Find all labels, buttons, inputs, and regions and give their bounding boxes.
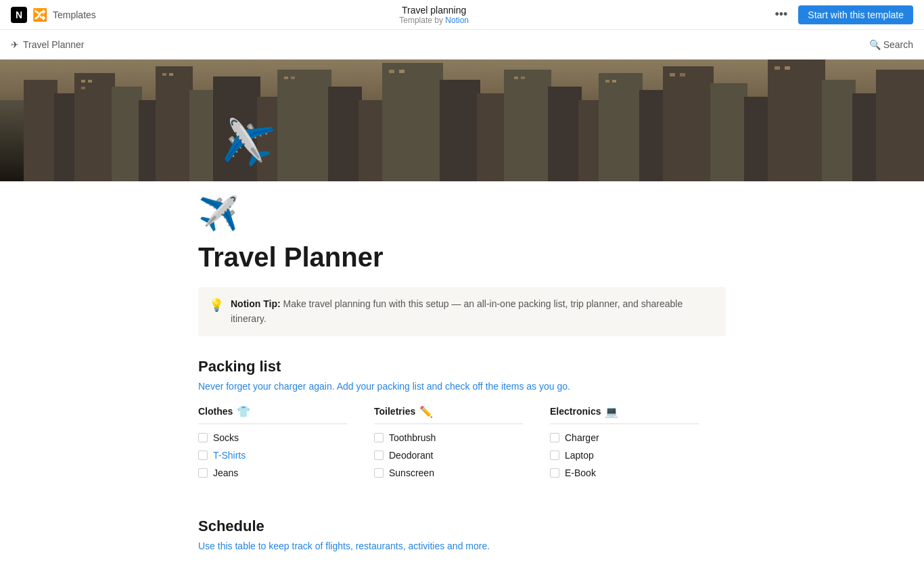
breadcrumb-icon: ✈ <box>11 39 19 50</box>
checkbox-charger[interactable] <box>550 433 559 442</box>
svg-rect-18 <box>548 87 582 181</box>
svg-rect-25 <box>768 60 825 181</box>
checkbox-laptop[interactable] <box>550 451 559 460</box>
checkbox-tshirts[interactable] <box>198 451 208 460</box>
clothes-header: Clothes 👕 <box>198 405 347 424</box>
svg-rect-11 <box>277 70 331 181</box>
item-toothbrush: Toothbrush <box>389 432 436 443</box>
tip-icon: 💡 <box>209 298 224 313</box>
svg-rect-5 <box>112 87 142 181</box>
topbar-left: N 🔀 Templates <box>11 7 96 23</box>
topbar-center: Travel planning Template by Notion <box>399 5 469 25</box>
svg-rect-37 <box>399 70 405 73</box>
list-item: Toothbrush <box>374 432 523 443</box>
svg-rect-28 <box>876 70 924 181</box>
clothes-icon: 👕 <box>237 405 250 418</box>
checkbox-jeans[interactable] <box>198 468 208 478</box>
svg-rect-3 <box>54 93 78 181</box>
packing-list-subtitle: Never forget your charger again. Add you… <box>198 381 726 392</box>
checkbox-socks[interactable] <box>198 433 208 442</box>
packing-columns: Clothes 👕 Socks T-Shirts Jeans Toiletrie… <box>198 405 726 485</box>
item-sunscreen: Sunscreen <box>389 467 434 478</box>
svg-rect-34 <box>284 76 288 79</box>
svg-rect-27 <box>852 93 879 181</box>
breadcrumb-bar: ✈ Travel Planner 🔍 Search <box>0 30 924 60</box>
breadcrumb-label: Travel Planner <box>23 39 85 50</box>
svg-rect-21 <box>639 90 666 181</box>
clothes-label: Clothes <box>198 406 233 417</box>
checkbox-sunscreen[interactable] <box>374 468 384 478</box>
more-button[interactable]: ••• <box>772 5 790 24</box>
list-item: Socks <box>198 432 347 443</box>
svg-rect-12 <box>328 87 362 181</box>
electronics-header: Electronics 💻 <box>550 405 699 424</box>
tip-box: 💡 Notion Tip: Make travel planning fun w… <box>198 287 726 336</box>
start-template-button[interactable]: Start with this template <box>798 5 913 24</box>
schedule-title: Schedule <box>198 518 726 535</box>
svg-rect-45 <box>785 66 790 70</box>
notion-logo[interactable]: N <box>11 7 27 23</box>
svg-rect-35 <box>291 76 295 79</box>
svg-rect-42 <box>670 73 675 76</box>
svg-rect-16 <box>477 93 507 181</box>
list-item: Deodorant <box>374 450 523 461</box>
svg-rect-32 <box>162 73 166 76</box>
airplane-icon: ✈️ <box>219 116 277 172</box>
notion-link[interactable]: Notion <box>445 16 469 25</box>
cityscape-svg <box>0 60 924 181</box>
svg-rect-17 <box>504 70 551 181</box>
list-item: E-Book <box>550 467 699 478</box>
item-laptop: Laptop <box>565 450 594 461</box>
page-icon: ✈️ <box>198 195 726 233</box>
toiletries-label: Toiletries <box>374 406 415 417</box>
svg-rect-33 <box>169 73 173 76</box>
list-item: Laptop <box>550 450 699 461</box>
svg-rect-36 <box>389 70 394 73</box>
svg-rect-13 <box>359 100 386 181</box>
tip-text: Notion Tip: Make travel planning fun wit… <box>231 296 715 327</box>
packing-col-clothes: Clothes 👕 Socks T-Shirts Jeans <box>198 405 374 485</box>
packing-col-toiletries: Toiletries ✏️ Toothbrush Deodorant Sunsc… <box>374 405 550 485</box>
breadcrumb[interactable]: ✈ Travel Planner <box>11 39 85 50</box>
list-item: Jeans <box>198 467 347 478</box>
svg-rect-2 <box>24 80 57 181</box>
svg-rect-31 <box>81 87 85 89</box>
tip-bold: Notion Tip: <box>231 298 281 309</box>
checkbox-toothbrush[interactable] <box>374 433 384 442</box>
topbar-title: Travel planning <box>399 5 469 16</box>
svg-rect-29 <box>81 80 85 83</box>
topbar-subtitle: Template by Notion <box>399 16 469 25</box>
svg-rect-44 <box>775 66 780 70</box>
cover-image: ✈️ <box>0 60 924 181</box>
list-item: Charger <box>550 432 699 443</box>
item-jeans: Jeans <box>213 467 238 478</box>
list-item: T-Shirts <box>198 450 347 461</box>
svg-rect-22 <box>663 66 714 181</box>
electronics-icon: 💻 <box>605 405 618 418</box>
search-icon: 🔍 <box>869 39 881 50</box>
templates-label: Templates <box>53 9 96 20</box>
page-title: Travel Planner <box>198 241 726 273</box>
svg-rect-39 <box>521 76 525 79</box>
checkbox-deodorant[interactable] <box>374 451 384 460</box>
svg-rect-30 <box>88 80 92 83</box>
packing-col-electronics: Electronics 💻 Charger Laptop E-Book <box>550 405 726 485</box>
svg-rect-43 <box>680 73 685 76</box>
svg-rect-15 <box>440 80 480 181</box>
svg-rect-1 <box>0 100 27 181</box>
svg-rect-4 <box>74 73 115 181</box>
search-area[interactable]: 🔍 Search <box>869 39 913 50</box>
item-charger: Charger <box>565 432 599 443</box>
svg-rect-40 <box>605 80 609 83</box>
item-tshirts: T-Shirts <box>213 450 246 461</box>
topbar: N 🔀 Templates Travel planning Template b… <box>0 0 924 30</box>
item-socks: Socks <box>213 432 239 443</box>
svg-rect-7 <box>156 66 193 181</box>
tip-content: Make travel planning fun with this setup… <box>231 298 683 324</box>
svg-rect-26 <box>822 80 856 181</box>
checkbox-ebook[interactable] <box>550 468 559 478</box>
templates-icon: 🔀 <box>32 7 47 22</box>
search-label: Search <box>883 39 913 50</box>
item-deodorant: Deodorant <box>389 450 433 461</box>
svg-rect-41 <box>612 80 616 83</box>
